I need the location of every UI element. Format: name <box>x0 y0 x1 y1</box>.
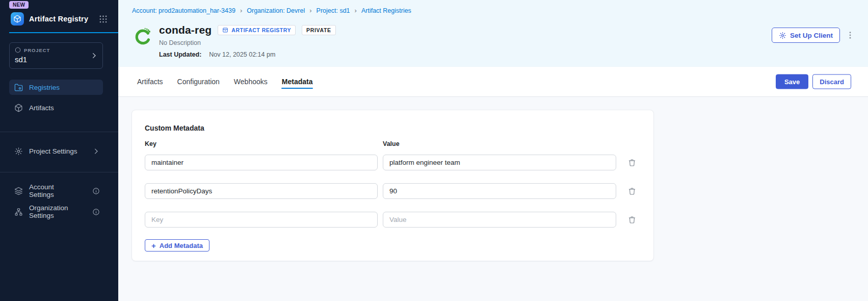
artifact-registry-logo-icon <box>11 12 24 26</box>
chevron-right-icon <box>92 147 100 155</box>
add-metadata-button[interactable]: + Add Metadata <box>145 239 209 252</box>
key-input-1[interactable] <box>145 155 378 170</box>
cube-icon <box>14 104 23 112</box>
breadcrumb-link-organization[interactable]: Organization: Devrel <box>247 7 305 14</box>
sidebar-item-artifacts[interactable]: Artifacts <box>9 100 103 115</box>
tab-artifacts[interactable]: Artifacts <box>137 67 164 96</box>
cube-icon <box>15 47 21 53</box>
tab-bar: Artifacts Configuration Webhooks Metadat… <box>118 67 868 97</box>
last-updated-label: Last Updated: <box>159 51 201 58</box>
registry-header-band: Account: prod2automation_har-3439 › Orga… <box>118 0 868 67</box>
custom-metadata-card: Custom Metadata Key Value <box>131 110 654 261</box>
sidebar-item-project-settings[interactable]: Project Settings <box>9 143 105 159</box>
sidebar-item-account-settings[interactable]: Account Settings <box>9 183 105 198</box>
main-area: Account: prod2automation_har-3439 › Orga… <box>118 0 868 301</box>
info-icon[interactable] <box>92 187 100 195</box>
metadata-row <box>145 183 641 199</box>
sidebar-item-label: Registries <box>29 84 60 91</box>
sidebar-nav: Registries Artifacts <box>0 80 118 115</box>
sidebar-item-label: Artifacts <box>29 104 54 112</box>
breadcrumb-separator: › <box>240 7 242 14</box>
delete-row-button[interactable] <box>626 214 638 225</box>
sidebar-item-label: Project Settings <box>29 147 77 155</box>
gear-icon <box>779 32 786 39</box>
info-icon[interactable] <box>92 208 100 216</box>
registry-description: No Description <box>159 39 336 46</box>
chevron-right-icon <box>90 52 98 60</box>
trash-icon <box>628 159 636 167</box>
discard-button[interactable]: Discard <box>812 74 851 89</box>
registry-folder-icon <box>14 83 23 92</box>
save-button[interactable]: Save <box>776 74 808 89</box>
trash-icon <box>628 216 636 224</box>
value-column-header: Value <box>383 140 400 147</box>
layers-icon <box>14 187 23 195</box>
delete-row-button[interactable] <box>626 186 638 197</box>
last-updated: Last Updated: Nov 12, 2025 02:14 pm <box>159 51 336 58</box>
kebab-menu-button[interactable] <box>846 29 855 41</box>
conda-logo-icon <box>134 27 152 46</box>
breadcrumb-link-account[interactable]: Account: prod2automation_har-3439 <box>132 7 235 14</box>
sidebar-item-label: Organization Settings <box>29 204 80 219</box>
sidebar-item-label: Account Settings <box>29 183 80 198</box>
artifact-registry-badge: ARTIFACT REGISTRY <box>218 25 296 35</box>
header-actions: Set Up Client <box>772 28 855 43</box>
breadcrumb: Account: prod2automation_har-3439 › Orga… <box>132 7 411 14</box>
metadata-tab-content: Custom Metadata Key Value <box>118 97 868 301</box>
registry-header: conda-reg ARTIFACT REGISTRY PRIVATE No D… <box>134 24 336 58</box>
tab-configuration[interactable]: Configuration <box>177 67 220 96</box>
gear-icon <box>14 147 23 156</box>
trash-icon <box>628 187 636 195</box>
sidebar-item-organization-settings[interactable]: Organization Settings <box>9 204 105 219</box>
value-input-2[interactable] <box>383 183 616 199</box>
key-column-header: Key <box>145 140 383 147</box>
key-input-3[interactable] <box>145 212 378 228</box>
breadcrumb-separator: › <box>309 7 311 14</box>
app-title: Artifact Registry <box>29 15 93 23</box>
sidebar-divider <box>0 172 118 172</box>
tab-webhooks[interactable]: Webhooks <box>233 67 268 96</box>
module-accent-line <box>9 32 118 33</box>
sidebar: NEW Artifact Registry PROJECT sd1 Regist… <box>0 0 118 301</box>
metadata-row <box>145 155 641 170</box>
tab-metadata[interactable]: Metadata <box>281 67 313 96</box>
value-input-1[interactable] <box>383 155 616 170</box>
breadcrumb-link-project[interactable]: Project: sd1 <box>317 7 350 14</box>
metadata-row <box>145 212 641 228</box>
sidebar-item-registries[interactable]: Registries <box>9 80 103 95</box>
delete-row-button[interactable] <box>626 157 638 168</box>
sidebar-divider <box>0 132 118 132</box>
setup-client-button[interactable]: Set Up Client <box>772 28 840 43</box>
value-input-3[interactable] <box>383 212 616 228</box>
registry-box-icon <box>222 27 228 33</box>
project-selector[interactable]: PROJECT sd1 <box>9 42 103 69</box>
new-badge: NEW <box>9 1 29 9</box>
project-label: PROJECT <box>24 47 50 53</box>
page-title: conda-reg <box>159 24 212 36</box>
org-chart-icon <box>14 208 23 216</box>
breadcrumb-separator: › <box>355 7 357 14</box>
private-badge: PRIVATE <box>302 25 336 35</box>
last-updated-value: Nov 12, 2025 02:14 pm <box>209 51 275 58</box>
plus-icon: + <box>151 242 156 249</box>
metadata-column-headers: Key Value <box>145 140 641 147</box>
key-input-2[interactable] <box>145 183 378 199</box>
section-title: Custom Metadata <box>145 124 641 132</box>
breadcrumb-link-artifact-registries[interactable]: Artifact Registries <box>361 7 411 14</box>
module-grid-icon[interactable] <box>98 14 108 24</box>
tab-actions: Save Discard <box>776 74 851 89</box>
project-name: sd1 <box>15 55 97 64</box>
